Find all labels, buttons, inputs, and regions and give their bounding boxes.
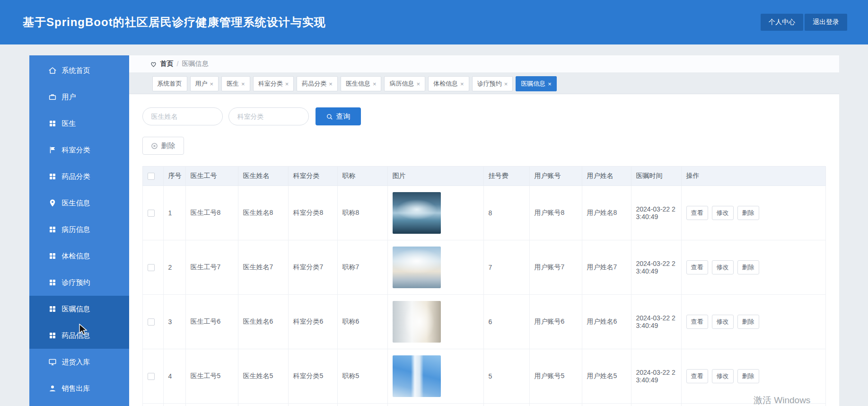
cell-fee: 4 bbox=[483, 404, 529, 406]
grid-icon bbox=[48, 172, 57, 181]
briefcase-icon bbox=[48, 93, 57, 101]
doctor-name-input[interactable] bbox=[142, 107, 223, 125]
edit-button[interactable]: 修改 bbox=[712, 260, 734, 274]
cell-job_title: 职称7 bbox=[337, 240, 387, 295]
close-icon[interactable]: × bbox=[210, 81, 214, 87]
tab-7[interactable]: 体检信息× bbox=[428, 76, 469, 91]
sidebar: 系统首页用户医生科室分类药品分类医生信息病历信息体检信息诊疗预约医嘱信息药品信息… bbox=[29, 55, 129, 406]
table-row: 3医生工号6医生姓名6科室分类6职称66用户账号6用户姓名62024-03-22… bbox=[142, 295, 825, 349]
sidebar-item-8[interactable]: 诊疗预约 bbox=[29, 269, 129, 296]
edit-button[interactable]: 修改 bbox=[712, 206, 734, 220]
sidebar-item-label: 销售出库 bbox=[62, 384, 90, 393]
tab-1[interactable]: 用户× bbox=[190, 76, 219, 91]
profile-button[interactable]: 个人中心 bbox=[761, 14, 803, 31]
sidebar-item-label: 病历信息 bbox=[62, 225, 90, 234]
content-card: 查询 删除 序号医生工号医生姓名科 bbox=[129, 94, 839, 406]
column-header: 医生姓名 bbox=[238, 167, 288, 186]
close-icon[interactable]: × bbox=[241, 81, 245, 87]
cell-doctor_name: 医生姓名4 bbox=[238, 404, 288, 406]
sidebar-item-10[interactable]: 药品信息 bbox=[29, 322, 129, 349]
close-icon[interactable]: × bbox=[416, 81, 420, 87]
cell-seq: 1 bbox=[163, 186, 185, 240]
circle-close-icon bbox=[151, 142, 158, 150]
cell-job_title: 职称4 bbox=[337, 404, 387, 406]
tab-label: 科室分类 bbox=[258, 79, 283, 88]
sidebar-item-11[interactable]: 进货入库 bbox=[29, 349, 129, 375]
monitor-icon bbox=[48, 358, 57, 366]
tab-label: 体检信息 bbox=[433, 79, 458, 88]
cell-job_title: 职称8 bbox=[337, 186, 387, 240]
query-button-label: 查询 bbox=[336, 112, 351, 121]
tab-0[interactable]: 系统首页 bbox=[152, 76, 187, 91]
pin-icon bbox=[48, 199, 57, 207]
dept-input[interactable] bbox=[228, 107, 309, 125]
delete-row-button[interactable]: 删除 bbox=[737, 206, 759, 220]
query-button[interactable]: 查询 bbox=[316, 107, 361, 125]
sidebar-item-6[interactable]: 病历信息 bbox=[29, 216, 129, 243]
breadcrumb-home[interactable]: 首页 bbox=[160, 60, 174, 68]
batch-delete-button[interactable]: 删除 bbox=[142, 137, 184, 155]
edit-button[interactable]: 修改 bbox=[712, 369, 734, 383]
tab-8[interactable]: 诊疗预约× bbox=[472, 76, 513, 91]
sidebar-item-12[interactable]: 销售出库 bbox=[29, 375, 129, 402]
sidebar-item-5[interactable]: 医生信息 bbox=[29, 190, 129, 216]
delete-row-button[interactable]: 删除 bbox=[737, 369, 759, 383]
tab-4[interactable]: 药品分类× bbox=[297, 76, 338, 91]
sidebar-item-0[interactable]: 系统首页 bbox=[29, 57, 129, 84]
row-checkbox[interactable] bbox=[148, 318, 155, 326]
column-header: 医嘱时间 bbox=[631, 167, 681, 186]
cell-doctor_name: 医生姓名7 bbox=[238, 240, 288, 295]
tab-6[interactable]: 病历信息× bbox=[384, 76, 425, 91]
sidebar-item-label: 诊疗预约 bbox=[62, 278, 90, 287]
row-checkbox[interactable] bbox=[148, 264, 155, 271]
cell-actions: 查看修改删除 bbox=[681, 186, 825, 240]
cell-seq: 2 bbox=[163, 240, 185, 295]
view-button[interactable]: 查看 bbox=[686, 206, 708, 220]
logout-button[interactable]: 退出登录 bbox=[805, 14, 847, 31]
tab-2[interactable]: 医生× bbox=[221, 76, 250, 91]
tab-5[interactable]: 医生信息× bbox=[341, 76, 382, 91]
sidebar-item-label: 系统首页 bbox=[62, 66, 90, 75]
close-icon[interactable]: × bbox=[285, 81, 289, 87]
tab-label: 药品分类 bbox=[302, 79, 326, 88]
cell-job_title: 职称6 bbox=[337, 295, 387, 349]
close-icon[interactable]: × bbox=[373, 81, 377, 87]
main-content: 首页 / 医嘱信息 系统首页用户×医生×科室分类×药品分类×医生信息×病历信息×… bbox=[129, 55, 839, 406]
edit-button[interactable]: 修改 bbox=[712, 315, 734, 329]
view-button[interactable]: 查看 bbox=[686, 369, 708, 383]
close-icon[interactable]: × bbox=[504, 81, 508, 87]
column-header: 科室分类 bbox=[288, 167, 337, 186]
cell-time: 2024-03-22 23:40:49 bbox=[631, 404, 681, 406]
flag-icon bbox=[48, 146, 57, 154]
tab-label: 诊疗预约 bbox=[477, 79, 502, 88]
activate-windows-watermark: 激活 Windows bbox=[754, 394, 810, 406]
row-checkbox[interactable] bbox=[148, 373, 155, 380]
sidebar-item-label: 医生 bbox=[62, 119, 76, 128]
sidebar-item-4[interactable]: 药品分类 bbox=[29, 163, 129, 190]
view-button[interactable]: 查看 bbox=[686, 260, 708, 274]
select-all-checkbox[interactable] bbox=[148, 173, 155, 180]
cell-seq: 3 bbox=[163, 295, 185, 349]
sidebar-item-2[interactable]: 医生 bbox=[29, 110, 129, 137]
table-row: 4医生工号5医生姓名5科室分类5职称55用户账号5用户姓名52024-03-22… bbox=[142, 349, 825, 404]
grid-icon bbox=[48, 119, 57, 128]
row-checkbox[interactable] bbox=[148, 210, 155, 217]
delete-row-button[interactable]: 删除 bbox=[737, 260, 759, 274]
view-button[interactable]: 查看 bbox=[686, 315, 708, 329]
cell-doctor_name: 医生姓名6 bbox=[238, 295, 288, 349]
sidebar-item-9[interactable]: 医嘱信息 bbox=[29, 296, 129, 322]
close-icon[interactable]: × bbox=[548, 81, 552, 87]
sidebar-item-1[interactable]: 用户 bbox=[29, 84, 129, 110]
tab-9[interactable]: 医嘱信息× bbox=[516, 76, 557, 91]
close-icon[interactable]: × bbox=[329, 81, 333, 87]
tab-3[interactable]: 科室分类× bbox=[253, 76, 294, 91]
sidebar-item-3[interactable]: 科室分类 bbox=[29, 137, 129, 163]
close-icon[interactable]: × bbox=[460, 81, 464, 87]
table-row: 1医生工号8医生姓名8科室分类8职称88用户账号8用户姓名82024-03-22… bbox=[142, 186, 825, 240]
sidebar-item-7[interactable]: 体检信息 bbox=[29, 243, 129, 269]
search-icon bbox=[326, 113, 333, 120]
delete-row-button[interactable]: 删除 bbox=[737, 315, 759, 329]
tab-label: 病历信息 bbox=[389, 79, 414, 88]
cell-image bbox=[387, 295, 483, 349]
cell-image bbox=[387, 404, 483, 406]
